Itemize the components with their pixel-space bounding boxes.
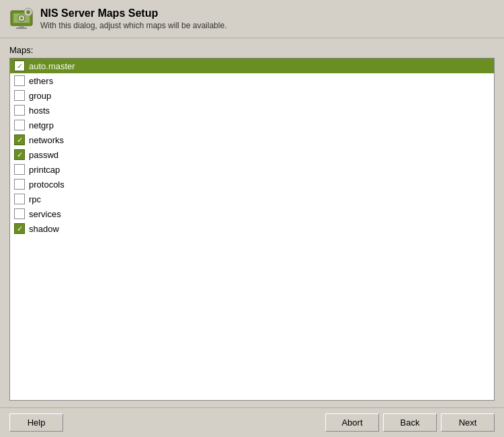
map-item-auto.master[interactable]: ✓auto.master	[10, 58, 494, 73]
checkbox-hosts	[14, 105, 25, 116]
footer-right: Abort Back Next	[325, 413, 495, 432]
map-label-group: group	[29, 91, 51, 101]
svg-point-7	[26, 10, 30, 14]
map-item-services[interactable]: services	[10, 206, 494, 221]
map-label-ethers: ethers	[29, 76, 53, 86]
checkbox-shadow: ✓	[14, 223, 25, 234]
map-label-printcap: printcap	[29, 165, 60, 175]
checkbox-group	[14, 90, 25, 101]
map-item-ethers[interactable]: ethers	[10, 73, 494, 88]
checkbox-rpc	[14, 194, 25, 204]
header-text: NIS Server Maps Setup With this dialog, …	[40, 7, 226, 30]
map-item-shadow[interactable]: ✓shadow	[10, 221, 494, 236]
map-label-networks: networks	[29, 135, 64, 145]
back-button[interactable]: Back	[383, 413, 437, 432]
map-item-passwd[interactable]: ✓passwd	[10, 147, 494, 162]
map-item-printcap[interactable]: printcap	[10, 162, 494, 177]
svg-rect-4	[19, 26, 24, 28]
nis-server-icon	[9, 7, 34, 31]
map-label-passwd: passwd	[29, 150, 58, 160]
maps-label: Maps:	[9, 45, 495, 55]
map-label-netgrp: netgrp	[29, 120, 54, 130]
map-item-networks[interactable]: ✓networks	[10, 132, 494, 147]
map-item-netgrp[interactable]: netgrp	[10, 118, 494, 132]
map-item-rpc[interactable]: rpc	[10, 192, 494, 206]
map-item-group[interactable]: group	[10, 88, 494, 103]
checkbox-ethers	[14, 75, 25, 86]
maps-list: ✓auto.masterethersgrouphostsnetgrp✓netwo…	[9, 58, 495, 401]
next-button[interactable]: Next	[441, 413, 495, 432]
checkbox-networks: ✓	[14, 134, 25, 145]
page-subtitle: With this dialog, adjust which maps will…	[40, 21, 226, 30]
checkbox-passwd: ✓	[14, 149, 25, 160]
checkbox-auto.master: ✓	[14, 61, 25, 71]
map-label-protocols: protocols	[29, 180, 65, 190]
map-label-rpc: rpc	[29, 194, 41, 204]
svg-rect-5	[16, 28, 27, 29]
map-label-auto.master: auto.master	[29, 61, 75, 71]
checkbox-netgrp	[14, 120, 25, 130]
header: NIS Server Maps Setup With this dialog, …	[0, 0, 504, 38]
checkbox-protocols	[14, 179, 25, 190]
abort-button[interactable]: Abort	[325, 413, 379, 432]
help-button[interactable]: Help	[9, 413, 63, 432]
map-label-shadow: shadow	[29, 224, 59, 234]
page-title: NIS Server Maps Setup	[40, 7, 226, 19]
svg-point-3	[20, 17, 23, 19]
checkbox-services	[14, 208, 25, 219]
footer: Help Abort Back Next	[0, 407, 504, 437]
footer-left: Help	[9, 413, 63, 432]
map-label-services: services	[29, 209, 61, 219]
checkbox-printcap	[14, 164, 25, 175]
main-content: Maps: ✓auto.masterethersgrouphostsnetgrp…	[0, 38, 504, 407]
map-item-protocols[interactable]: protocols	[10, 177, 494, 192]
map-label-hosts: hosts	[29, 106, 50, 116]
map-item-hosts[interactable]: hosts	[10, 103, 494, 118]
